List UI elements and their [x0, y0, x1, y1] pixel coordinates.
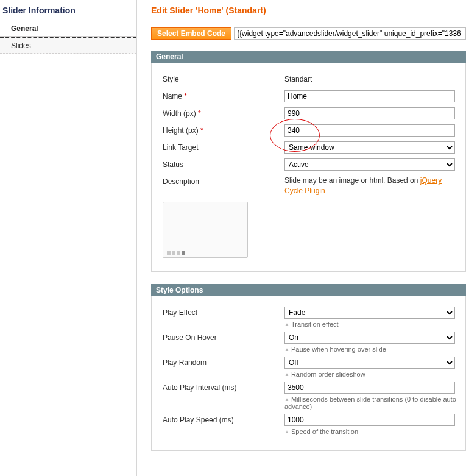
main-content: Edit Slider 'Home' (Standart) Select Emb…	[151, 0, 466, 463]
required-marker: *	[200, 126, 203, 135]
note-autoplay-interval: Milliseconds between slide transitions (…	[284, 396, 459, 410]
label-style: Style	[163, 73, 284, 83]
width-input[interactable]	[284, 107, 455, 119]
description-textarea[interactable]	[163, 202, 248, 258]
play-effect-select[interactable]: Fade	[284, 307, 455, 319]
page-title: Edit Slider 'Home' (Standart)	[151, 0, 466, 24]
row-pause-hover: Pause On Hover On Pause when hovering ov…	[152, 330, 465, 355]
pause-hover-select[interactable]: On	[284, 332, 455, 344]
section-style-options: Style Options Play Effect Fade Transitio…	[151, 284, 466, 451]
row-description: Description Slide may be an image or htm…	[152, 174, 465, 198]
label-name: Name *	[163, 90, 284, 101]
label-pause-hover: Pause On Hover	[163, 332, 284, 342]
required-marker: *	[198, 109, 201, 118]
row-width: Width (px) *	[152, 105, 465, 123]
row-autoplay-speed: Auto Play Speed (ms) Speed of the transi…	[152, 412, 465, 437]
sidebar-item-general[interactable]: General	[0, 21, 136, 37]
sidebar: Slider Information General Slides	[0, 0, 137, 476]
label-autoplay-speed: Auto Play Speed (ms)	[163, 414, 284, 424]
section-general-heading: General	[151, 51, 466, 63]
label-height: Height (px) *	[163, 124, 284, 135]
resize-grip-icon	[167, 251, 185, 255]
row-autoplay-interval: Auto Play Interval (ms) Milliseconds bet…	[152, 380, 465, 412]
row-link-target: Link Target Same window	[152, 140, 465, 157]
embed-row: Select Embed Code	[151, 27, 466, 40]
required-marker: *	[184, 92, 187, 101]
note-autoplay-speed: Speed of the transition	[284, 428, 459, 435]
description-text: Slide may be an image or html. Based on …	[284, 176, 465, 196]
note-play-random: Random order slideshow	[284, 371, 459, 378]
label-play-random: Play Random	[163, 357, 284, 367]
label-width: Width (px) *	[163, 107, 284, 118]
row-play-effect: Play Effect Fade Transition effect	[152, 305, 465, 330]
label-play-effect: Play Effect	[163, 307, 284, 317]
section-style-options-heading: Style Options	[151, 284, 466, 296]
note-pause-hover: Pause when hovering over slide	[284, 346, 459, 353]
row-style: Style Standart	[152, 71, 465, 88]
label-status: Status	[163, 158, 284, 169]
sidebar-item-slides[interactable]: Slides	[0, 37, 136, 54]
sidebar-nav: General Slides	[0, 21, 136, 54]
embed-code-input[interactable]	[234, 27, 466, 40]
row-status: Status Active	[152, 157, 465, 174]
autoplay-interval-input[interactable]	[284, 382, 455, 394]
section-style-options-body: Play Effect Fade Transition effect Pause…	[151, 296, 466, 451]
label-link-target: Link Target	[163, 141, 284, 152]
status-select[interactable]: Active	[284, 158, 455, 171]
select-embed-code-button[interactable]: Select Embed Code	[151, 27, 231, 40]
autoplay-speed-input[interactable]	[284, 414, 455, 426]
row-play-random: Play Random Off Random order slideshow	[152, 355, 465, 380]
row-name: Name *	[152, 88, 465, 105]
section-general-body: Style Standart Name * Width (px) * Heigh…	[151, 63, 466, 272]
link-target-select[interactable]: Same window	[284, 141, 455, 154]
label-description: Description	[163, 176, 284, 186]
height-input[interactable]	[284, 124, 455, 137]
name-input[interactable]	[284, 90, 455, 102]
label-autoplay-interval: Auto Play Interval (ms)	[163, 382, 284, 392]
play-random-select[interactable]: Off	[284, 357, 455, 369]
sidebar-title: Slider Information	[0, 0, 136, 21]
section-general: General Style Standart Name * Width (px)…	[151, 51, 466, 272]
value-style: Standart	[284, 73, 312, 83]
row-height: Height (px) *	[152, 123, 465, 140]
note-play-effect: Transition effect	[284, 321, 459, 328]
